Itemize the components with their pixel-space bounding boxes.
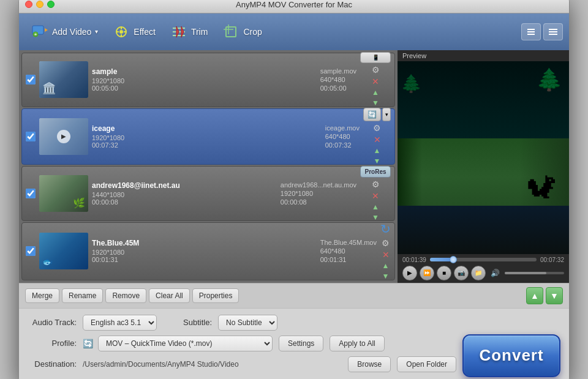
close-button[interactable] xyxy=(25,1,32,8)
arrow-down-icon-2[interactable]: ▼ xyxy=(374,157,381,165)
maximize-button[interactable] xyxy=(47,1,55,8)
toolbar-view-controls xyxy=(521,23,563,40)
profile-icon: 🔄 xyxy=(83,339,93,348)
progress-bar[interactable] xyxy=(430,258,537,261)
toolbar: + Add Video ▾ Effect T xyxy=(19,13,569,50)
subtitle-select[interactable]: No Subtitle xyxy=(218,315,277,331)
file-checkbox-1[interactable] xyxy=(26,75,36,84)
file-info-2: iceage 1920*1080 00:07:32 xyxy=(92,124,322,149)
clear-all-button[interactable]: Clear All xyxy=(149,288,190,303)
preview-video: 🐿 🌲 🌲 xyxy=(398,61,569,254)
menu-icon xyxy=(548,27,558,37)
file-info-1: sample 1920*1080 00:05:00 xyxy=(92,67,317,92)
stop-button[interactable]: ■ xyxy=(437,266,451,280)
preview-character: 🐿 xyxy=(526,170,557,206)
file-thumbnail-2: ▶ xyxy=(39,118,88,155)
play-overlay-2: ▶ xyxy=(57,130,70,143)
properties-button[interactable]: Properties xyxy=(192,288,239,303)
remove-button[interactable]: Remove xyxy=(105,288,146,303)
open-folder-button[interactable]: Open Folder xyxy=(397,356,456,372)
file-actions-1: 📱 ⚙ ✕ ▲ ▼ xyxy=(360,52,391,107)
svg-rect-18 xyxy=(527,29,535,30)
preview-controls: 00:01:39 00:07:32 ▶ ⏩ ■ 📷 📁 🔊 xyxy=(398,254,569,283)
minimize-button[interactable] xyxy=(36,1,43,8)
rename-button[interactable]: Rename xyxy=(62,288,103,303)
delete-icon-2[interactable]: ✕ xyxy=(374,135,381,144)
fast-forward-button[interactable]: ⏩ xyxy=(420,266,434,280)
move-up-button[interactable]: ▲ xyxy=(526,287,543,304)
effect-label: Effect xyxy=(134,27,156,37)
file-actions-4: ↻ ⚙ ✕ ▲ ▼ xyxy=(380,222,391,280)
delete-icon-4[interactable]: ✕ xyxy=(382,250,390,260)
merge-button[interactable]: Merge xyxy=(25,288,59,303)
settings-icon-4[interactable]: ⚙ xyxy=(382,238,390,248)
snapshot-button[interactable]: 📷 xyxy=(454,266,469,280)
list-view-icon xyxy=(526,27,536,37)
arrow-up-icon-1[interactable]: ▲ xyxy=(372,88,379,97)
add-video-label: Add Video xyxy=(52,27,91,37)
table-row[interactable]: 🏛️ sample 1920*1080 00:05:00 sample.mov … xyxy=(21,53,395,107)
file-list: 🏛️ sample 1920*1080 00:05:00 sample.mov … xyxy=(19,50,398,283)
file-output-3: andrew1968...net.au.mov 1920*1080 00:00:… xyxy=(281,181,356,206)
window-title: AnyMP4 MOV Converter for Mac xyxy=(236,0,352,9)
traffic-lights xyxy=(25,1,55,8)
move-buttons: ▲ ▼ xyxy=(526,287,563,304)
volume-icon: 🔊 xyxy=(491,269,500,277)
format-badge-1: 📱 xyxy=(360,52,391,63)
format-select-2[interactable]: 🔄 ▾ xyxy=(363,108,391,121)
progress-handle[interactable] xyxy=(450,256,457,263)
arrow-up-icon-2[interactable]: ▲ xyxy=(374,146,381,155)
arrow-up-icon-3[interactable]: ▲ xyxy=(372,203,379,211)
browse-button[interactable]: Browse xyxy=(348,356,391,372)
crop-button[interactable]: Crop xyxy=(216,20,268,44)
file-checkbox-4[interactable] xyxy=(26,246,36,256)
crop-icon xyxy=(222,23,239,40)
move-down-button[interactable]: ▼ xyxy=(546,287,563,304)
subtitle-label: Subtitle: xyxy=(163,318,212,327)
delete-icon-1[interactable]: ✕ xyxy=(372,77,379,86)
time-total: 00:07:32 xyxy=(540,257,564,263)
table-row[interactable]: 🐟 The.Blue.45M 1920*1080 00:01:31 The.Bl… xyxy=(21,222,395,280)
time-current: 00:01:39 xyxy=(402,257,426,263)
file-checkbox-2[interactable] xyxy=(26,132,36,141)
preview-tree-2: 🌲 xyxy=(401,73,422,94)
preview-tree: 🌲 xyxy=(536,67,563,92)
play-button[interactable]: ▶ xyxy=(402,266,417,280)
convert-button[interactable]: Convert xyxy=(462,334,560,377)
arrow-down-icon-4[interactable]: ▼ xyxy=(382,272,390,280)
svg-rect-19 xyxy=(527,31,535,32)
settings-icon-2[interactable]: ⚙ xyxy=(373,123,381,133)
destination-path: /Users/admin/Documents/AnyMP4 Studio/Vid… xyxy=(83,360,342,369)
effect-icon xyxy=(113,23,130,40)
crop-label: Crop xyxy=(243,27,262,37)
destination-label: Destination: xyxy=(28,359,77,369)
arrow-down-icon-3[interactable]: ▼ xyxy=(372,213,379,222)
file-info-4: The.Blue.45M 1920*1080 00:01:31 xyxy=(92,239,317,263)
file-thumbnail-1: 🏛️ xyxy=(39,61,88,98)
menu-button[interactable] xyxy=(543,23,563,40)
trim-button[interactable]: Trim xyxy=(164,20,214,44)
folder-button[interactable]: 📁 xyxy=(471,266,486,280)
delete-icon-3[interactable]: ✕ xyxy=(372,191,379,201)
add-video-dropdown[interactable]: ▾ xyxy=(95,28,98,35)
audio-track-select[interactable]: English ac3 5.1 xyxy=(83,315,157,331)
settings-icon-3[interactable]: ⚙ xyxy=(372,179,380,189)
arrow-up-icon-4[interactable]: ▲ xyxy=(382,261,390,270)
table-row[interactable]: ▶ iceage 1920*1080 00:07:32 iceage.mov 6… xyxy=(21,108,395,165)
list-view-button[interactable] xyxy=(521,23,541,40)
volume-bar[interactable] xyxy=(505,272,564,274)
svg-rect-15 xyxy=(226,27,236,37)
file-checkbox-3[interactable] xyxy=(26,189,36,198)
profile-select[interactable]: MOV – QuickTime Video (*.mov) xyxy=(98,336,273,351)
arrow-down-icon-1[interactable]: ▼ xyxy=(372,99,379,107)
add-video-button[interactable]: + Add Video ▾ xyxy=(25,20,104,44)
app-window: AnyMP4 MOV Converter for Mac + Add Video… xyxy=(18,0,570,379)
settings-button[interactable]: Settings xyxy=(279,336,323,351)
file-actions-3: ProRes ⚙ ✕ ▲ ▼ xyxy=(360,166,391,222)
settings-icon-1[interactable]: ⚙ xyxy=(372,65,380,75)
table-row[interactable]: 🌿 andrew1968@iinet.net.au 1440*1080 00:0… xyxy=(21,166,395,221)
effect-button[interactable]: Effect xyxy=(107,20,162,44)
apply-to-all-button[interactable]: Apply to All xyxy=(330,336,384,351)
main-area: 🏛️ sample 1920*1080 00:05:00 sample.mov … xyxy=(19,50,569,283)
svg-point-9 xyxy=(119,30,123,34)
